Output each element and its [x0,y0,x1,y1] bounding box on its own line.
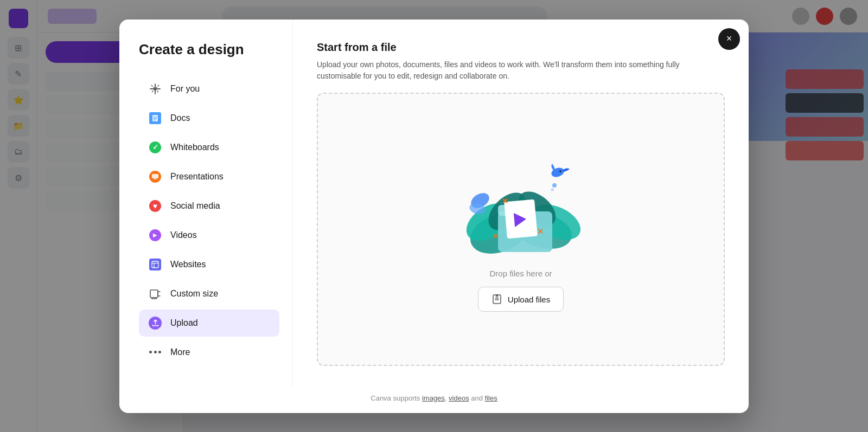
custom-size-icon [148,286,163,301]
nav-item-videos-label: Videos [170,230,197,240]
website-icon [148,257,163,272]
presentation-icon [148,169,163,184]
footer-link-videos[interactable]: videos [449,394,469,402]
svg-rect-14 [150,290,158,298]
svg-rect-8 [152,174,158,178]
nav-item-whiteboards[interactable]: ✓ Whiteboards [139,134,279,161]
nav-item-custom-size-label: Custom size [170,289,218,299]
svg-point-39 [552,183,557,188]
nav-item-presentations[interactable]: Presentations [139,163,279,190]
more-icon [148,345,163,360]
svg-text:✕: ✕ [537,227,544,236]
svg-text:✕: ✕ [502,197,508,205]
svg-text:✕: ✕ [493,233,498,240]
nav-items-list: For you Docs [139,75,279,366]
footer-link-images[interactable]: images [422,394,445,402]
svg-point-31 [559,170,561,172]
sparkle-icon [148,81,163,96]
modal-content-panel: Start from a file Upload your own photos… [293,20,749,388]
svg-point-40 [551,189,554,191]
modal-nav-panel: Create a design For you [119,20,293,388]
whiteboard-icon: ✓ [148,140,163,155]
nav-item-websites-label: Websites [170,260,206,269]
nav-item-websites[interactable]: Websites [139,251,279,278]
nav-item-social-media[interactable]: ♥ Social media [139,192,279,220]
nav-item-social-media-label: Social media [170,201,220,211]
nav-item-docs[interactable]: Docs [139,105,279,132]
upload-illustration: ✕ ✕ ✕ [456,146,586,260]
nav-item-upload[interactable]: Upload [139,310,279,337]
nav-item-whiteboards-label: Whiteboards [170,143,219,152]
content-description: Upload your own photos, documents, files… [317,59,725,82]
nav-item-for-you-label: For you [170,84,200,94]
nav-item-more-label: More [170,347,190,357]
footer-text-prefix: Canva supports [371,394,422,402]
footer-text-mid1: , [445,394,449,402]
video-icon: ▶ [148,228,163,243]
create-design-modal: × Create a design For you [119,20,749,413]
nav-item-presentations-label: Presentations [170,172,224,182]
content-title: Start from a file [317,41,725,54]
nav-item-more[interactable]: More [139,339,279,366]
drop-text: Drop files here or [489,269,552,278]
doc-icon [148,111,163,126]
modal-title: Create a design [139,41,279,58]
nav-item-videos[interactable]: ▶ Videos [139,222,279,249]
nav-item-docs-label: Docs [170,113,190,123]
svg-rect-11 [152,261,158,268]
modal-footer: Canva supports images, videos and files [119,388,749,413]
footer-link-files[interactable]: files [485,394,497,402]
upload-files-button[interactable]: Upload files [478,287,564,312]
upload-icon [148,315,163,331]
upload-file-icon [492,294,502,305]
upload-files-button-label: Upload files [508,295,550,304]
svg-line-10 [155,178,156,179]
nav-item-for-you[interactable]: For you [139,75,279,102]
upload-drop-zone[interactable]: ✕ ✕ ✕ Drop files here or [317,93,725,366]
social-icon: ♥ [148,198,163,214]
nav-item-custom-size[interactable]: Custom size [139,280,279,307]
nav-item-upload-label: Upload [170,318,198,328]
close-button[interactable]: × [718,28,740,50]
